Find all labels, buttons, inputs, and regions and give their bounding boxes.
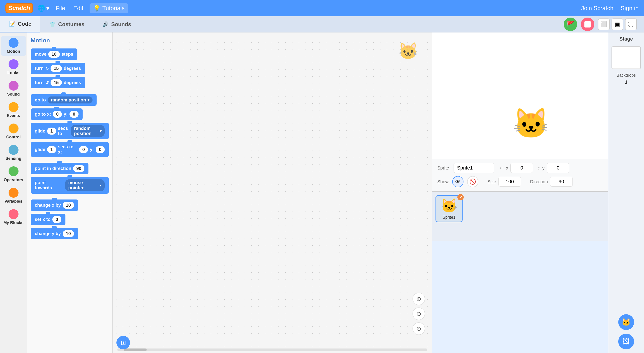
globe-button[interactable]: 🌐 ▾ (38, 4, 50, 12)
sprite-name-input[interactable] (454, 163, 494, 173)
block-change-x[interactable]: change x by 10 (31, 200, 78, 211)
right-section: 🐱 Sprite ↔ x ↕ y (432, 32, 644, 353)
file-menu[interactable]: File (54, 4, 67, 13)
code-icon: 📝 (9, 21, 15, 27)
join-scratch-button[interactable]: Join Scratch (581, 5, 613, 12)
block-set-x[interactable]: set x to 0 (31, 214, 66, 225)
variables-dot (8, 188, 18, 198)
globe-arrow: ▾ (46, 4, 50, 12)
add-extension-button[interactable]: ⊞ (116, 336, 130, 350)
tab-code[interactable]: 📝 Code (0, 16, 40, 32)
change-y-input[interactable]: 10 (63, 230, 74, 237)
turn-cw-input[interactable]: 15 (50, 65, 62, 72)
block-turn-ccw[interactable]: turn ↺ 15 degrees (31, 77, 85, 88)
sign-in-button[interactable]: Sign in (621, 5, 639, 12)
change-x-input[interactable]: 10 (63, 202, 74, 209)
size-group: Size (488, 177, 521, 187)
x-coord-input[interactable] (510, 163, 533, 173)
view-fullscreen-button[interactable]: ⛶ (625, 18, 637, 30)
tab-costumes[interactable]: 👕 Costumes (40, 16, 94, 32)
block-point-towards[interactable]: point towards mouse-pointer (31, 177, 109, 194)
add-backdrop-button[interactable]: 🖼 (618, 334, 634, 350)
sidebar-item-events[interactable]: Events (1, 100, 26, 120)
zoom-out-button[interactable]: ⊖ (412, 308, 425, 320)
show-hidden-button[interactable]: 🚫 (467, 176, 478, 187)
green-flag-button[interactable]: 🚩 (564, 17, 577, 31)
point-towards-dropdown[interactable]: mouse-pointer (65, 179, 105, 191)
glide-rand-secs[interactable]: 1 (47, 128, 56, 135)
control-dot (8, 123, 18, 133)
edit-menu[interactable]: Edit (72, 4, 85, 13)
sidebar-item-motion[interactable]: Motion (1, 36, 26, 56)
y-coord-group: ↕ y (538, 163, 569, 173)
view-stage-button[interactable]: ▣ (612, 18, 623, 30)
block-row-change-y: change y by 10 (31, 228, 109, 242)
show-visible-button[interactable]: 👁 (452, 176, 464, 187)
sidebar-item-looks[interactable]: Looks (1, 57, 26, 77)
block-goto-xy[interactable]: go to x: 0 y: 0 (31, 108, 82, 120)
sidebar-item-sound[interactable]: Sound (1, 79, 26, 98)
move-input-steps[interactable]: 10 (48, 51, 60, 58)
sprite-thumb-image: 🐱 (438, 198, 460, 214)
block-glide-xy[interactable]: glide 1 secs to x: 0 y: 0 (31, 142, 109, 157)
glide-xy-y[interactable]: 0 (96, 146, 105, 153)
myblocks-dot (8, 209, 18, 219)
zoom-reset-button[interactable]: ⊙ (412, 322, 425, 335)
goto-xy-x[interactable]: 0 (53, 111, 62, 118)
sound-label: Sound (7, 92, 20, 97)
scratch-logo[interactable]: Scratch (6, 3, 33, 13)
add-sprite-icon: 🐱 (622, 318, 631, 327)
block-row-glide-xy: glide 1 secs to x: 0 y: 0 (31, 142, 109, 159)
looks-dot (8, 59, 18, 69)
glide-rand-dropdown[interactable]: random position (71, 125, 105, 137)
tab-sounds[interactable]: 🔊 Sounds (94, 16, 140, 32)
sidebar-item-operators[interactable]: Operators (1, 165, 26, 184)
sprite-tray: ✕ 🐱 Sprite1 (432, 191, 608, 241)
add-sprite-button[interactable]: 🐱 (618, 314, 634, 330)
block-goto[interactable]: go to random position (31, 94, 96, 106)
stop-button[interactable] (581, 17, 594, 31)
eye-slash-icon: 🚫 (469, 179, 476, 185)
block-row-point-dir: point in direction 90 (31, 163, 109, 176)
goto-dropdown[interactable]: random position (48, 96, 92, 103)
sprite-info-bar: Sprite ↔ x ↕ y Show (432, 159, 608, 191)
goto-xy-y[interactable]: 0 (70, 111, 78, 118)
motion-label: Motion (7, 49, 20, 54)
block-turn-cw[interactable]: turn ↻ 15 degrees (31, 63, 85, 74)
script-area[interactable]: 🐱 ⊕ ⊖ ⊙ ⊞ (113, 32, 432, 353)
turn-cw-text-after: degrees (64, 66, 81, 71)
direction-input[interactable] (550, 177, 573, 187)
green-flag-icon: 🚩 (566, 20, 575, 28)
set-x-input[interactable]: 0 (52, 216, 62, 223)
sidebar-item-myblocks[interactable]: My Blocks (1, 207, 26, 227)
y-coord-input[interactable] (547, 163, 569, 173)
block-point-dir[interactable]: point in direction 90 (31, 163, 88, 174)
main-layout: Motion Looks Sound Events Control Sensin… (0, 32, 644, 353)
sprite-thumb-sprite1[interactable]: ✕ 🐱 Sprite1 (436, 195, 462, 222)
stop-icon (584, 21, 591, 27)
sidebar-item-control[interactable]: Control (1, 122, 26, 141)
sprite-delete-button[interactable]: ✕ (458, 194, 464, 200)
glide-xy-text: glide (35, 147, 45, 152)
block-glide-rand[interactable]: glide 1 secs to random position (31, 123, 109, 139)
backdrops-label: Backdrops (616, 73, 636, 78)
turn-ccw-input[interactable]: 15 (50, 79, 62, 86)
glide-xy-y-label: y: (90, 147, 94, 152)
tutorials-menu[interactable]: 💡 Tutorials (90, 3, 128, 13)
change-x-text: change x by (35, 203, 61, 208)
glide-xy-x[interactable]: 0 (79, 146, 88, 153)
script-scrollbar[interactable] (117, 349, 428, 351)
zoom-in-button[interactable]: ⊕ (412, 293, 425, 305)
block-move[interactable]: move 10 steps (31, 48, 78, 60)
sidebar-item-variables[interactable]: Variables (1, 186, 26, 206)
sidebar-item-sensing[interactable]: Sensing (1, 143, 26, 163)
block-change-y[interactable]: change y by 10 (31, 228, 78, 239)
point-dir-input[interactable]: 90 (73, 165, 84, 172)
control-label: Control (6, 135, 21, 140)
looks-label: Looks (8, 70, 20, 75)
view-split-button[interactable]: ⬜ (598, 18, 610, 30)
glide-xy-secs[interactable]: 1 (47, 146, 56, 153)
stage-thumbnail[interactable] (612, 46, 641, 69)
size-input[interactable] (498, 177, 521, 187)
script-sprite-thumbnail: 🐱 (398, 41, 418, 61)
